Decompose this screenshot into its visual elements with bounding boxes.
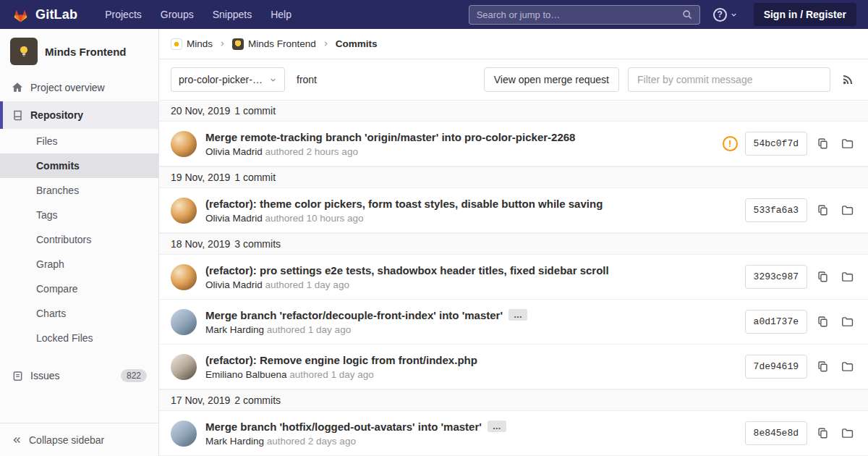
copy-sha-button[interactable] <box>814 269 831 285</box>
copy-sha-button[interactable] <box>814 135 831 152</box>
commit-info: (refactor): pro settings e2e tests, shad… <box>205 264 736 290</box>
browse-files-button[interactable] <box>838 135 856 152</box>
breadcrumb-project[interactable]: Minds Frontend <box>232 38 316 50</box>
browse-files-button[interactable] <box>838 202 856 219</box>
issues-count-badge: 822 <box>121 369 147 382</box>
expand-commit-description-button[interactable]: … <box>509 309 527 321</box>
collapse-sidebar-button[interactable]: Collapse sidebar <box>0 423 158 456</box>
commit-sha-link[interactable]: 7de94619 <box>745 355 807 379</box>
commit-sha-link[interactable]: 533fa6a3 <box>745 198 807 222</box>
date-label: 18 Nov, 2019 <box>171 238 230 250</box>
sidebar-item-repository[interactable]: Repository <box>0 101 158 129</box>
sidebar-item-compare[interactable]: Compare <box>0 276 158 301</box>
commit-count-label: 3 commits <box>234 238 281 250</box>
branch-selector-dropdown[interactable]: pro-color-picker-… <box>171 67 285 92</box>
commit-title-link[interactable]: Merge branch 'hotfix/logged-out-avatars'… <box>205 421 482 433</box>
sidebar-item-project-overview[interactable]: Project overview <box>0 74 158 101</box>
commit-row: (refactor): theme color pickers, form to… <box>159 188 868 233</box>
sidebar-project[interactable]: Minds Frontend <box>0 29 158 74</box>
date-label: 20 Nov, 2019 <box>171 105 230 117</box>
subnav-label: Graph <box>36 258 64 270</box>
commit-author-link[interactable]: Olivia Madrid <box>205 279 263 290</box>
commit-title-link[interactable]: (refactor): Remove engine logic from fro… <box>205 354 477 366</box>
commit-author-link[interactable]: Olivia Madrid <box>205 213 263 224</box>
copy-sha-button[interactable] <box>814 202 831 219</box>
commit-author-link[interactable]: Emiliano Balbuena <box>205 369 287 380</box>
commit-title-link[interactable]: (refactor): theme color pickers, form to… <box>205 198 603 210</box>
sign-in-register-button[interactable]: Sign in / Register <box>754 3 856 26</box>
user-avatar[interactable] <box>171 309 197 335</box>
breadcrumb-group[interactable]: Minds <box>171 38 213 50</box>
subnav-label: Files <box>36 135 58 147</box>
commit-info: Merge remote-tracking branch 'origin/mas… <box>205 131 714 157</box>
gitlab-logo[interactable]: GitLab <box>12 6 77 23</box>
sidebar-item-contributors[interactable]: Contributors <box>0 227 158 252</box>
user-avatar[interactable] <box>171 421 197 447</box>
sidebar-item-tags[interactable]: Tags <box>0 203 158 227</box>
view-open-merge-request-button[interactable]: View open merge request <box>484 67 619 92</box>
commit-list: 20 Nov, 2019 1 commit Merge remote-track… <box>159 100 868 456</box>
help-menu[interactable]: ? <box>713 8 738 22</box>
main-content: Minds Minds Frontend Commits pro-color-p… <box>159 29 868 456</box>
nav-help[interactable]: Help <box>271 9 292 20</box>
chevron-right-icon <box>218 40 226 48</box>
browse-files-button[interactable] <box>838 425 856 442</box>
commit-author-link[interactable]: Mark Harding <box>205 324 264 335</box>
commit-title-link[interactable]: Merge branch 'refactor/decouple-front-in… <box>205 309 503 321</box>
ci-status-warning-icon[interactable]: ! <box>723 136 738 151</box>
commits-controls: pro-color-picker-… front View open merge… <box>159 59 868 100</box>
commit-filter-input[interactable] <box>628 67 830 92</box>
commit-sha-link[interactable]: 54bc0f7d <box>745 132 807 156</box>
sidebar-item-commits[interactable]: Commits <box>0 153 158 178</box>
nav-groups[interactable]: Groups <box>161 9 194 20</box>
commit-authored-time: authored 10 hours ago <box>265 213 364 224</box>
commit-actions: ! 54bc0f7d <box>723 132 856 156</box>
user-avatar[interactable] <box>171 131 197 157</box>
sidebar-item-graph[interactable]: Graph <box>0 252 158 276</box>
commit-actions: a0d1737e <box>745 310 856 334</box>
browse-files-button[interactable] <box>838 313 856 330</box>
commit-date-header: 17 Nov, 2019 2 commits <box>159 389 868 411</box>
sidebar-item-files[interactable]: Files <box>0 129 158 153</box>
copy-sha-button[interactable] <box>814 425 831 442</box>
browse-files-button[interactable] <box>838 269 856 285</box>
commit-row: Merge remote-tracking branch 'origin/mas… <box>159 122 868 166</box>
chevron-down-icon <box>269 76 277 84</box>
browse-files-button[interactable] <box>838 358 856 375</box>
rss-feed-button[interactable] <box>839 71 856 88</box>
sidebar-item-issues[interactable]: Issues 822 <box>0 362 158 389</box>
commit-sha-link[interactable]: 3293c987 <box>745 265 807 289</box>
user-avatar[interactable] <box>171 198 197 224</box>
commit-title-link[interactable]: (refactor): pro settings e2e tests, shad… <box>205 264 609 276</box>
commit-date-header: 18 Nov, 2019 3 commits <box>159 233 868 255</box>
chevron-right-icon <box>322 40 330 48</box>
commit-sha-link[interactable]: 8e845e8d <box>745 421 807 445</box>
copy-sha-button[interactable] <box>814 358 831 375</box>
commit-count-label: 2 commits <box>234 394 281 406</box>
commit-sha-link[interactable]: a0d1737e <box>745 310 807 334</box>
copy-sha-button[interactable] <box>814 313 831 330</box>
search-input[interactable] <box>477 9 682 20</box>
ref-path-label: front <box>297 74 317 85</box>
collapse-label: Collapse sidebar <box>29 434 104 446</box>
breadcrumb-project-label: Minds Frontend <box>248 38 316 49</box>
nav-snippets[interactable]: Snippets <box>213 9 252 20</box>
commit-date-header: 20 Nov, 2019 1 commit <box>159 100 868 122</box>
sidebar-item-label: Repository <box>30 109 83 121</box>
expand-commit-description-button[interactable]: … <box>488 421 506 432</box>
sidebar-item-charts[interactable]: Charts <box>0 301 158 326</box>
commit-author-link[interactable]: Olivia Madrid <box>205 146 263 157</box>
user-avatar[interactable] <box>171 264 197 290</box>
gitlab-commits-page: GitLab Projects Groups Snippets Help ? S… <box>0 0 868 456</box>
search-icon <box>682 9 692 20</box>
commit-author-link[interactable]: Mark Harding <box>205 436 264 447</box>
commit-title-link[interactable]: Merge remote-tracking branch 'origin/mas… <box>205 131 575 143</box>
sidebar-item-locked-files[interactable]: Locked Files <box>0 326 158 350</box>
nav-projects[interactable]: Projects <box>105 9 142 20</box>
home-icon <box>12 82 23 93</box>
commit-row: (refactor): pro settings e2e tests, shad… <box>159 255 868 300</box>
sidebar-item-branches[interactable]: Branches <box>0 178 158 203</box>
commit-actions: 533fa6a3 <box>745 198 856 222</box>
user-avatar[interactable] <box>171 354 197 380</box>
project-avatar-icon <box>232 38 244 50</box>
